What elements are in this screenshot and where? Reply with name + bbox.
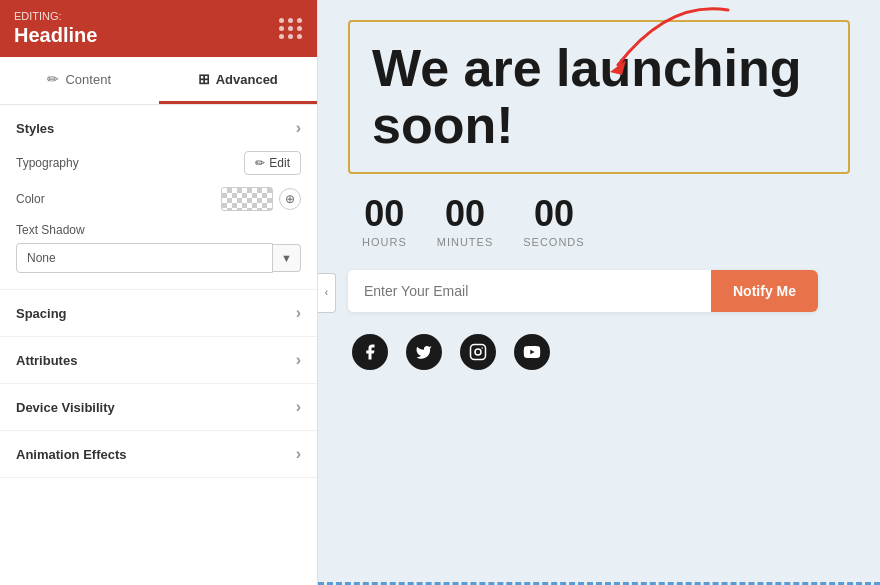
drag-handle[interactable]: [279, 18, 303, 39]
animation-effects-chevron: ›: [296, 445, 301, 463]
color-label: Color: [16, 192, 45, 206]
content-area: We are launching soon! 00 HOURS 00 MINUT…: [318, 0, 880, 390]
headline-box: We are launching soon!: [348, 20, 850, 174]
social-row: [348, 334, 850, 370]
left-panel: EDITING: Headline ✏ Content ⊞ Advanced S…: [0, 0, 318, 585]
notify-button[interactable]: Notify Me: [711, 270, 818, 312]
headline-text: We are launching soon!: [372, 40, 826, 154]
seconds-label: SECONDS: [523, 236, 584, 248]
tab-content-label: Content: [65, 72, 111, 87]
typography-edit-button[interactable]: ✏ Edit: [244, 151, 301, 175]
typography-label: Typography: [16, 156, 79, 170]
animation-effects-label: Animation Effects: [16, 447, 127, 462]
tab-advanced[interactable]: ⊞ Advanced: [159, 57, 318, 104]
edit-icon: ✏: [255, 156, 265, 170]
styles-section: Styles › Typography ✏ Edit Color: [0, 105, 317, 290]
styles-content: Typography ✏ Edit Color ⊕ Text Sh: [0, 151, 317, 289]
countdown-hours: 00 HOURS: [362, 196, 407, 248]
panel-sections: Styles › Typography ✏ Edit Color: [0, 105, 317, 585]
svg-rect-1: [471, 345, 486, 360]
color-row: Color ⊕: [16, 187, 301, 211]
animation-effects-section: Animation Effects ›: [0, 431, 317, 478]
attributes-chevron: ›: [296, 351, 301, 369]
attributes-label: Attributes: [16, 353, 77, 368]
tabs-row: ✏ Content ⊞ Advanced: [0, 57, 317, 105]
minutes-label: MINUTES: [437, 236, 494, 248]
device-visibility-section: Device Visibility ›: [0, 384, 317, 431]
color-picker-button[interactable]: ⊕: [279, 188, 301, 210]
attributes-header[interactable]: Attributes ›: [0, 337, 317, 383]
editing-header: EDITING: Headline: [0, 0, 317, 57]
countdown-row: 00 HOURS 00 MINUTES 00 SECONDS: [348, 196, 850, 248]
minutes-value: 00: [437, 196, 494, 232]
spacing-header[interactable]: Spacing ›: [0, 290, 317, 336]
editing-label: EDITING:: [14, 10, 97, 22]
shadow-select[interactable]: None: [16, 243, 273, 273]
countdown-seconds: 00 SECONDS: [523, 196, 584, 248]
tab-advanced-label: Advanced: [216, 72, 278, 87]
edit-label: Edit: [269, 156, 290, 170]
shadow-select-row: None ▼: [16, 243, 301, 273]
sliders-icon: ⊞: [198, 71, 210, 87]
spacing-section: Spacing ›: [0, 290, 317, 337]
animation-effects-header[interactable]: Animation Effects ›: [0, 431, 317, 477]
email-input[interactable]: [348, 270, 711, 312]
text-shadow-row: Text Shadow None ▼: [16, 223, 301, 273]
svg-point-2: [475, 349, 481, 355]
youtube-icon[interactable]: [514, 334, 550, 370]
styles-header[interactable]: Styles ›: [0, 105, 317, 151]
device-visibility-chevron: ›: [296, 398, 301, 416]
color-swatch-row: ⊕: [221, 187, 301, 211]
styles-chevron: ›: [296, 119, 301, 137]
typography-row: Typography ✏ Edit: [16, 151, 301, 175]
color-swatch[interactable]: [221, 187, 273, 211]
twitter-icon[interactable]: [406, 334, 442, 370]
hours-label: HOURS: [362, 236, 407, 248]
bottom-dashed-border: [318, 581, 880, 585]
svg-point-3: [481, 348, 483, 350]
facebook-icon[interactable]: [352, 334, 388, 370]
collapse-handle[interactable]: ‹: [318, 273, 336, 313]
spacing-label: Spacing: [16, 306, 67, 321]
seconds-value: 00: [523, 196, 584, 232]
right-content: ‹ We are launching soon! 00 HOURS 00 MIN…: [318, 0, 880, 585]
text-shadow-label: Text Shadow: [16, 223, 301, 237]
editing-title: Headline: [14, 24, 97, 46]
shadow-dropdown-arrow[interactable]: ▼: [273, 244, 301, 272]
tab-content[interactable]: ✏ Content: [0, 57, 159, 104]
countdown-minutes: 00 MINUTES: [437, 196, 494, 248]
email-notify-row: Notify Me: [348, 270, 818, 312]
hours-value: 00: [362, 196, 407, 232]
pencil-icon: ✏: [47, 71, 59, 87]
attributes-section: Attributes ›: [0, 337, 317, 384]
spacing-chevron: ›: [296, 304, 301, 322]
styles-title: Styles: [16, 121, 54, 136]
device-visibility-label: Device Visibility: [16, 400, 115, 415]
editing-info: EDITING: Headline: [14, 10, 97, 47]
instagram-icon[interactable]: [460, 334, 496, 370]
device-visibility-header[interactable]: Device Visibility ›: [0, 384, 317, 430]
